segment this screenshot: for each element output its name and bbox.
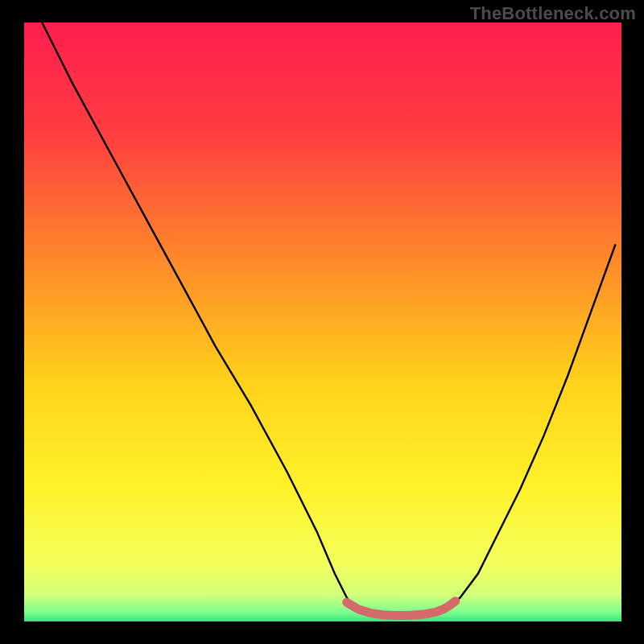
- watermark-text: TheBottleneck.com: [470, 3, 636, 24]
- bottleneck-chart: [0, 0, 644, 644]
- plot-background: [24, 23, 621, 621]
- chart-frame: TheBottleneck.com: [0, 0, 644, 644]
